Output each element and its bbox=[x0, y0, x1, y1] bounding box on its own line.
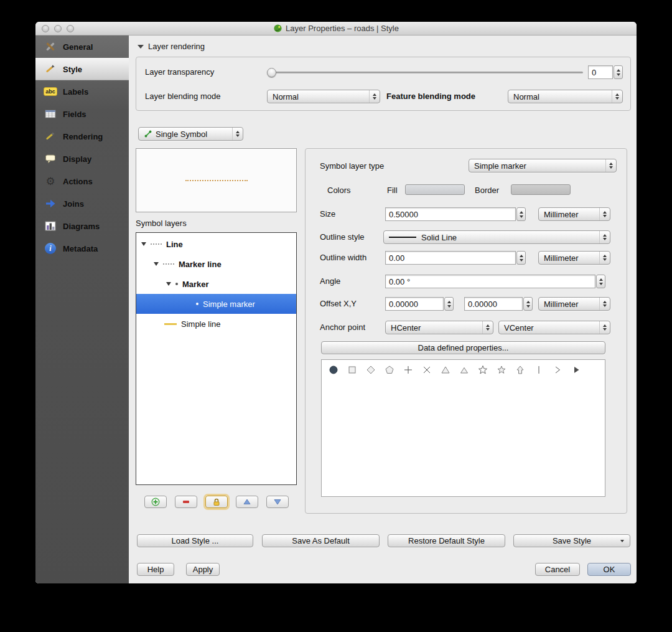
anchor-v-select[interactable]: VCenter bbox=[498, 321, 610, 334]
lock-icon bbox=[212, 498, 221, 506]
save-style-button[interactable]: Save Style bbox=[513, 534, 630, 547]
slider-thumb[interactable] bbox=[267, 68, 276, 77]
tree-item-marker[interactable]: Marker bbox=[136, 274, 296, 294]
sidebar-item-label: Diagrams bbox=[63, 222, 100, 231]
move-layer-up-button[interactable] bbox=[236, 496, 258, 508]
marker-shape-cross-plus[interactable] bbox=[403, 364, 413, 375]
move-layer-down-button[interactable] bbox=[266, 496, 289, 508]
disclosure-triangle-icon[interactable] bbox=[154, 262, 159, 266]
offset-y-stepper[interactable] bbox=[523, 297, 533, 311]
marker-shape-chevron-right[interactable] bbox=[552, 364, 562, 375]
symbol-layer-type-select[interactable]: Simple marker bbox=[469, 159, 617, 172]
attribute-table-icon bbox=[43, 107, 58, 121]
transparency-input[interactable] bbox=[588, 65, 613, 79]
marker-shape-square[interactable] bbox=[347, 364, 357, 375]
help-button[interactable]: Help bbox=[137, 563, 174, 576]
slider-track bbox=[267, 72, 583, 73]
marker-shape-star[interactable] bbox=[477, 364, 488, 375]
size-unit-select[interactable]: Millimeter bbox=[538, 207, 610, 221]
feature-blend-label: Feature blending mode bbox=[386, 92, 475, 101]
popup-arrows-icon bbox=[599, 231, 610, 243]
dropdown-arrow-icon bbox=[620, 540, 624, 542]
marker-shape-triangle[interactable] bbox=[440, 364, 450, 375]
sidebar-item-fields[interactable]: Fields bbox=[35, 103, 129, 125]
outline-width-input[interactable] bbox=[385, 251, 516, 265]
size-stepper[interactable] bbox=[516, 207, 526, 221]
tree-item-line[interactable]: Line bbox=[136, 234, 296, 254]
marker-shape-regular-star[interactable] bbox=[496, 364, 506, 375]
layer-blend-label: Layer blending mode bbox=[145, 92, 220, 101]
lock-color-button[interactable] bbox=[205, 496, 228, 508]
marker-shape-filled-arrowhead[interactable] bbox=[571, 364, 581, 375]
sidebar-item-label: Actions bbox=[63, 177, 93, 186]
marker-dot-icon bbox=[175, 283, 178, 285]
data-defined-properties-button[interactable]: Data defined properties... bbox=[321, 341, 605, 354]
marker-shape-cross-x[interactable] bbox=[421, 364, 432, 375]
renderer-select[interactable]: Single Symbol bbox=[138, 127, 243, 141]
disclosure-triangle-icon[interactable] bbox=[166, 282, 171, 286]
fill-color-swatch[interactable] bbox=[405, 184, 465, 195]
transparency-stepper[interactable] bbox=[614, 65, 623, 79]
disclosure-triangle-icon[interactable] bbox=[138, 45, 144, 49]
feature-blend-select[interactable]: Normal bbox=[508, 90, 623, 103]
symbol-layer-type-label: Symbol layer type bbox=[320, 161, 384, 171]
marker-shape-arrow-up[interactable] bbox=[515, 364, 525, 375]
marker-shape-diamond[interactable] bbox=[365, 364, 376, 375]
anchor-point-label: Anchor point bbox=[320, 323, 365, 332]
symbology-icon bbox=[144, 130, 152, 138]
outline-style-select[interactable]: Solid Line bbox=[383, 230, 610, 244]
disclosure-triangle-icon[interactable] bbox=[141, 242, 146, 246]
offset-y-input[interactable] bbox=[464, 297, 523, 311]
angle-input[interactable] bbox=[385, 275, 595, 288]
layer-blend-select[interactable]: Normal bbox=[267, 90, 380, 103]
restore-default-style-button[interactable]: Restore Default Style bbox=[388, 534, 505, 547]
border-color-swatch[interactable] bbox=[511, 184, 571, 195]
popup-arrows-icon bbox=[605, 159, 616, 172]
titlebar[interactable]: Layer Properties – roads | Style bbox=[35, 22, 637, 35]
offset-x-stepper[interactable] bbox=[444, 297, 454, 311]
outline-width-unit-select[interactable]: Millimeter bbox=[538, 251, 610, 265]
apply-button[interactable]: Apply bbox=[186, 563, 220, 576]
cancel-button[interactable]: Cancel bbox=[535, 563, 580, 576]
marker-shape-equilateral-triangle[interactable] bbox=[459, 364, 469, 375]
add-symbol-layer-button[interactable] bbox=[144, 496, 167, 508]
offset-x-input[interactable] bbox=[385, 297, 444, 311]
tree-item-label: Simple line bbox=[181, 319, 221, 329]
layer-rendering-header[interactable]: Layer rendering bbox=[138, 42, 205, 51]
sidebar-item-label: General bbox=[63, 42, 93, 52]
sidebar-item-display[interactable]: Display bbox=[35, 148, 129, 170]
size-input[interactable] bbox=[385, 207, 516, 221]
save-as-default-button[interactable]: Save As Default bbox=[262, 534, 380, 547]
sidebar-item-rendering[interactable]: Rendering bbox=[35, 125, 129, 148]
tree-item-marker-line[interactable]: Marker line bbox=[136, 254, 296, 274]
tree-item-simple-marker[interactable]: Simple marker bbox=[136, 294, 296, 314]
transparency-slider[interactable] bbox=[267, 68, 583, 77]
sidebar-item-metadata[interactable]: i Metadata bbox=[35, 237, 129, 260]
sidebar-item-labels[interactable]: abc Labels bbox=[35, 80, 129, 103]
anchor-h-select[interactable]: HCenter bbox=[385, 321, 493, 334]
outline-width-stepper[interactable] bbox=[516, 251, 526, 265]
popup-arrows-icon bbox=[232, 128, 243, 140]
minimize-button[interactable] bbox=[54, 25, 62, 32]
wrench-hammer-icon bbox=[43, 40, 58, 54]
anchor-h-value: HCenter bbox=[391, 323, 482, 333]
sidebar-item-diagrams[interactable]: Diagrams bbox=[35, 215, 129, 237]
marker-shape-pentagon[interactable] bbox=[384, 364, 394, 375]
sidebar-item-general[interactable]: General bbox=[35, 35, 129, 58]
angle-stepper[interactable] bbox=[596, 275, 605, 288]
load-style-button[interactable]: Load Style ... bbox=[137, 534, 253, 547]
close-button[interactable] bbox=[42, 25, 49, 32]
minus-icon bbox=[182, 498, 190, 506]
remove-symbol-layer-button[interactable] bbox=[175, 496, 197, 508]
render-brush-icon bbox=[43, 130, 58, 143]
ok-button[interactable]: OK bbox=[587, 563, 631, 576]
marker-shape-circle[interactable] bbox=[328, 364, 338, 375]
offset-unit-select[interactable]: Millimeter bbox=[538, 297, 610, 311]
zoom-button[interactable] bbox=[67, 25, 74, 32]
sidebar-item-joins[interactable]: Joins bbox=[35, 192, 129, 215]
marker-shape-vertical-line[interactable] bbox=[533, 364, 544, 375]
paintbrush-icon bbox=[43, 62, 58, 76]
sidebar-item-style[interactable]: Style bbox=[35, 58, 129, 80]
sidebar-item-actions[interactable]: ⚙ Actions bbox=[35, 170, 129, 192]
tree-item-simple-line[interactable]: Simple line bbox=[136, 314, 296, 334]
